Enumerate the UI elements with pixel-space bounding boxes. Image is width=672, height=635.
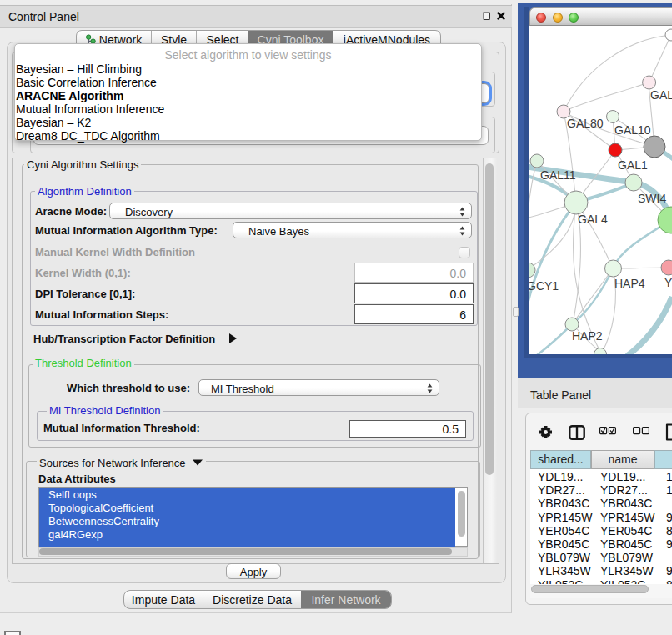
- svg-text:GAL11: GAL11: [540, 168, 576, 182]
- svg-text:GAL10: GAL10: [614, 123, 651, 137]
- svg-text:GAL4: GAL4: [578, 212, 608, 226]
- svg-text:GAL80: GAL80: [567, 117, 604, 130]
- svg-text:Y: Y: [664, 276, 672, 289]
- svg-text:SWI4: SWI4: [638, 192, 666, 205]
- svg-text:GAL: GAL: [650, 88, 672, 102]
- svg-text:HAP2: HAP2: [572, 329, 603, 342]
- svg-text:HAP4: HAP4: [614, 277, 645, 290]
- svg-text:GAL1: GAL1: [618, 158, 648, 172]
- svg-text:GCY1: GCY1: [529, 279, 559, 292]
